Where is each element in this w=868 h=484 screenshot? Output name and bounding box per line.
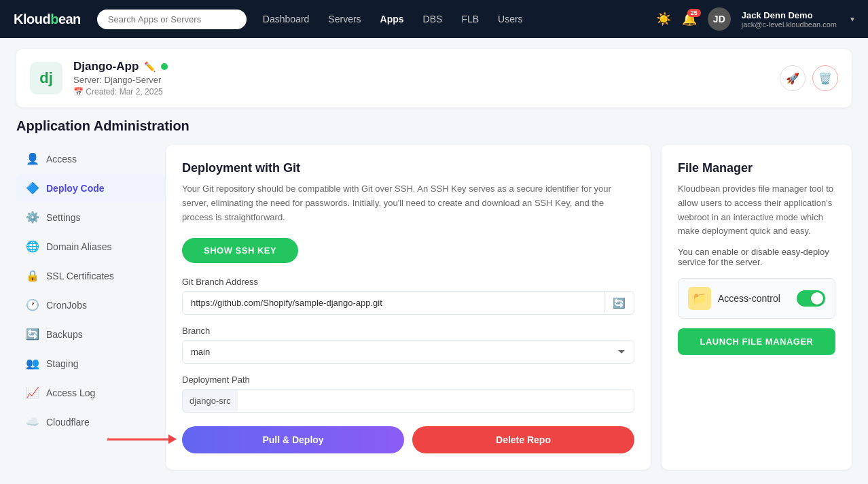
access-control-toggle[interactable] [797, 290, 825, 307]
sidebar-item-label: Domain Aliases [46, 241, 112, 252]
git-branch-input[interactable] [182, 291, 604, 315]
logo-text: Kloudbean [14, 12, 81, 27]
main-panel: Deployment with Git Your Git repository … [166, 145, 852, 470]
nav-dashboard[interactable]: Dashboard [263, 14, 310, 24]
sidebar-item-label: CronJobs [46, 300, 87, 311]
folder-icon: 📁 [688, 287, 711, 310]
theme-toggle-icon[interactable]: ☀️ [656, 12, 671, 27]
sidebar-item-label: Staging [46, 358, 78, 369]
git-branch-input-row: 🔄 [182, 291, 634, 315]
app-name: Django-App [73, 60, 139, 73]
sidebar-item-deploy-code[interactable]: 🔷 Deploy Code [16, 174, 166, 202]
git-branch-label: Git Branch Address [182, 277, 634, 287]
sidebar-item-settings[interactable]: ⚙️ Settings [16, 203, 166, 231]
app-header-actions: 🚀 🗑️ [780, 65, 838, 91]
sidebar-item-domain-aliases[interactable]: 🌐 Domain Aliases [16, 232, 166, 260]
navbar: Kloudbean Dashboard Servers Apps DBS FLB… [0, 0, 868, 38]
app-icon: dj [30, 62, 62, 94]
sidebar-item-label: Deploy Code [46, 183, 105, 194]
pull-deploy-button[interactable]: Pull & Deploy [182, 426, 404, 453]
nav-right: ☀️ 🔔 25 JD Jack Denn Demo jack@c-level.k… [656, 7, 854, 31]
launch-file-manager-button[interactable]: LAUNCH FILE MANAGER [678, 328, 835, 355]
sidebar-item-ssl-certificates[interactable]: 🔒 SSL Certificates [16, 262, 166, 290]
sidebar-item-label: Backups [46, 329, 83, 340]
sidebar-item-label: Access [46, 154, 77, 165]
sidebar-item-label: Settings [46, 212, 81, 223]
deploy-icon-button[interactable]: 🚀 [780, 65, 806, 91]
file-manager-card: File Manager Kloudbean provides file man… [662, 145, 852, 470]
sidebar-item-cloudflare[interactable]: ☁️ Cloudflare [16, 408, 166, 436]
deployment-path-row: django-src [182, 389, 634, 413]
deployment-card: Deployment with Git Your Git repository … [166, 145, 651, 470]
delete-repo-button[interactable]: Delete Repo [412, 426, 634, 453]
notif-badge: 25 [687, 9, 701, 17]
sidebar-item-label: Cloudflare [46, 417, 90, 428]
section-title: Application Administration [16, 118, 852, 134]
file-manager-note: You can enable or disable easy-deploy se… [678, 247, 835, 267]
sidebar-item-access[interactable]: 👤 Access [16, 145, 166, 173]
user-info: Jack Denn Demo jack@c-level.kloudbean.co… [742, 10, 837, 29]
access-control-label: Access-control [718, 293, 790, 304]
access-log-icon: 📈 [26, 386, 39, 399]
deployment-title: Deployment with Git [182, 161, 634, 175]
show-ssh-key-button[interactable]: SHOW SSH KEY [182, 238, 298, 263]
action-buttons: Pull & Deploy Delete Repo [182, 426, 634, 453]
user-chevron-icon[interactable]: ▾ [850, 14, 854, 24]
sidebar-item-label: Access Log [46, 387, 95, 398]
arrow-head-icon [168, 434, 177, 444]
nav-users[interactable]: Users [498, 14, 523, 24]
arrow-line [107, 438, 168, 440]
logo[interactable]: Kloudbean [14, 12, 81, 27]
app-header-left: dj Django-App ✏️ Server: Django-Server 📅… [30, 60, 168, 97]
settings-icon: ⚙️ [26, 211, 39, 224]
app-name-row: Django-App ✏️ [73, 60, 168, 73]
deploy-code-icon: 🔷 [26, 182, 39, 194]
app-info: Django-App ✏️ Server: Django-Server 📅 Cr… [73, 60, 168, 97]
nav-apps[interactable]: Apps [380, 14, 404, 24]
nav-flb[interactable]: FLB [461, 14, 479, 24]
edit-icon[interactable]: ✏️ [144, 61, 156, 72]
notifications-button[interactable]: 🔔 25 [682, 12, 697, 27]
deployment-path-input[interactable] [238, 389, 634, 413]
calendar-icon: 📅 [73, 87, 84, 97]
sidebar: 👤 Access 🔷 Deploy Code ⚙️ Settings 🌐 Dom… [16, 145, 166, 470]
content-layout: 👤 Access 🔷 Deploy Code ⚙️ Settings 🌐 Dom… [16, 145, 852, 470]
domain-aliases-icon: 🌐 [26, 240, 39, 253]
user-email: jack@c-level.kloudbean.com [742, 20, 837, 29]
cloudflare-icon: ☁️ [26, 415, 39, 428]
search-input[interactable] [97, 10, 247, 29]
sidebar-item-staging[interactable]: 👥 Staging [16, 349, 166, 377]
access-control-row: 📁 Access-control [678, 278, 835, 319]
sidebar-item-cronjobs[interactable]: 🕐 CronJobs [16, 291, 166, 319]
deployment-path-label: Deployment Path [182, 375, 634, 385]
backups-icon: 🔄 [26, 328, 39, 341]
nav-servers[interactable]: Servers [328, 14, 361, 24]
branch-label: Branch [182, 326, 634, 336]
deployment-path-group: Deployment Path django-src [182, 375, 634, 413]
path-prefix: django-src [182, 389, 238, 413]
nav-links: Dashboard Servers Apps DBS FLB Users [263, 14, 640, 24]
status-dot [161, 63, 168, 70]
cronjobs-icon: 🕐 [26, 298, 39, 311]
main-content: Application Administration 👤 Access 🔷 De… [0, 118, 868, 484]
branch-select[interactable]: main develop staging production [182, 340, 634, 364]
delete-icon-button[interactable]: 🗑️ [812, 65, 838, 91]
file-manager-description: Kloudbean provides file manager tool to … [678, 182, 835, 239]
sidebar-item-access-log[interactable]: 📈 Access Log [16, 379, 166, 407]
ssl-icon: 🔒 [26, 269, 39, 282]
arrow-indicator [107, 434, 177, 444]
action-buttons-container: Pull & Deploy Delete Repo [182, 426, 634, 453]
app-server: Server: Django-Server [73, 75, 168, 85]
sidebar-item-label: SSL Certificates [46, 271, 114, 281]
app-header-card: dj Django-App ✏️ Server: Django-Server 📅… [16, 49, 852, 107]
avatar: JD [708, 7, 731, 31]
sidebar-item-backups[interactable]: 🔄 Backups [16, 320, 166, 348]
nav-dbs[interactable]: DBS [423, 14, 443, 24]
branch-group: Branch main develop staging production [182, 326, 634, 364]
staging-icon: 👥 [26, 357, 39, 370]
app-created: 📅 Created: Mar 2, 2025 [73, 87, 168, 97]
refresh-git-button[interactable]: 🔄 [604, 291, 634, 315]
user-name: Jack Denn Demo [742, 10, 837, 20]
git-branch-group: Git Branch Address 🔄 [182, 277, 634, 315]
access-icon: 👤 [26, 152, 39, 165]
